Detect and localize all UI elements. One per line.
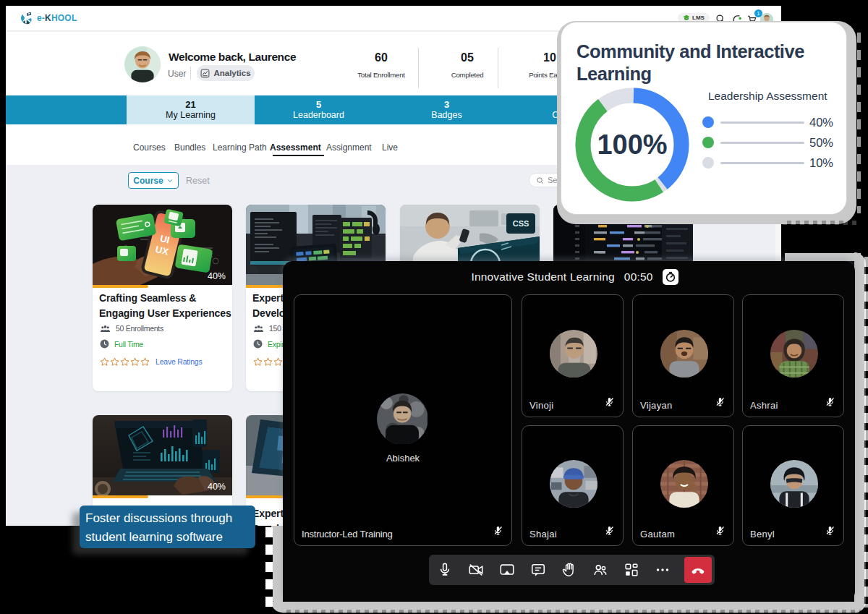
svg-text:CSS: CSS (513, 219, 529, 228)
